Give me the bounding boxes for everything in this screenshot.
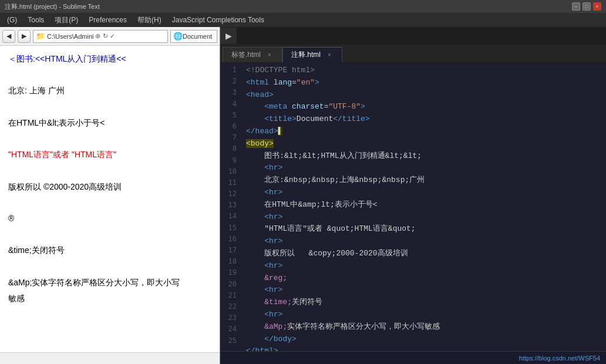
browser-panel: ◀ ▶ 📁 C:\Users\Admini ⊕ ↻ ✓ 🌐 Document ＜… (0, 27, 220, 364)
line-text-3: 北京: 上海 广州 (8, 86, 65, 95)
code-line-8: 图书:&lt;&lt;HTML从入门到精通&lt;&lt; (246, 150, 606, 163)
editor-panel: ▶ 标签.html × 注释.html × 12345 678910 11121… (220, 27, 606, 364)
menu-bar: (G) Tools 项目(P) Preferences 帮助(H) JavaSc… (0, 13, 606, 27)
address-bar[interactable]: 📁 C:\Users\Admini ⊕ ↻ ✓ (33, 30, 168, 43)
main-area: ◀ ▶ 📁 C:\Users\Admini ⊕ ↻ ✓ 🌐 Document ＜… (0, 27, 606, 364)
code-line-1: <!DOCTYPE html> (246, 65, 606, 77)
menu-item-help[interactable]: 帮助(H) (133, 14, 166, 26)
code-line-11: <hr> (246, 187, 606, 199)
code-area[interactable]: <!DOCTYPE html> <html lang="en"> <head> … (241, 62, 606, 351)
code-line-19: &reg; (246, 272, 606, 285)
menu-item-js-tools[interactable]: JavaScript Completions Tools (167, 15, 269, 25)
code-line-22: <hr> (246, 309, 606, 321)
menu-item-g[interactable]: (G) (2, 15, 22, 25)
forward-button[interactable]: ▶ (18, 30, 31, 43)
folder-icon: 📁 (36, 32, 45, 41)
browser-line-12 (8, 227, 211, 242)
run-button[interactable]: ▶ (220, 28, 237, 44)
code-line-9: <hr> (246, 162, 606, 174)
browser-line-14 (8, 259, 211, 274)
browser-line-9: 版权所以 ©2000-2020高级培训 (8, 180, 211, 194)
code-line-10: 北京:&nbsp;&nbsp;上海&nbsp;&nbsp;广州 (246, 174, 606, 187)
line-text-1: ＜图书:<<HTML从入门到精通<< (8, 54, 126, 63)
code-line-4: <meta charset="UTF-8"> (246, 101, 606, 113)
code-line-5: <title>Document</title> (246, 113, 606, 126)
code-line-2: <html lang="en"> (246, 77, 606, 89)
code-line-13: <hr> (246, 211, 606, 224)
browser-line-13: &time;关闭符号 (8, 243, 211, 258)
tab-biaoqian[interactable]: 标签.html × (223, 47, 282, 62)
code-line-12: 在HTML中&amp;lt;表示小于号< (246, 199, 606, 211)
ie-icon: 🌐 (173, 32, 183, 41)
editor-tabs: 标签.html × 注释.html × (220, 45, 606, 62)
code-line-3: <head> (246, 89, 606, 102)
browser-line-4 (8, 100, 211, 114)
browser-line-8 (8, 163, 211, 178)
code-line-20: <hr> (246, 284, 606, 296)
editor-body: 12345 678910 1112131415 1617181920 21222… (220, 62, 606, 351)
tab-zhushi-label: 注释.html (291, 50, 321, 60)
search-bar[interactable]: 🌐 Document (170, 30, 217, 43)
browser-content: ＜图书:<<HTML从入门到精通<< 北京: 上海 广州 在HTML中&lt;表… (0, 46, 220, 352)
search-text: Document (183, 33, 212, 40)
line-text-5: 在HTML中&lt;表示小于号< (8, 118, 105, 127)
line-text-11: ® (8, 214, 14, 223)
address-text: C:\Users\Admini (47, 33, 93, 40)
menu-item-preferences[interactable]: Preferences (84, 15, 132, 25)
browser-line-2 (8, 68, 211, 82)
code-line-24: </body> (246, 333, 606, 346)
line-numbers: 12345 678910 1112131415 1617181920 21222… (220, 62, 241, 351)
code-line-16: 版权所以 &copy;2000-2020高级培训 (246, 248, 606, 260)
menu-item-tools[interactable]: Tools (23, 15, 49, 25)
line-text-16: 敏感 (8, 294, 25, 303)
code-line-25: </html> (246, 345, 606, 351)
code-line-21: &time;关闭符号 (246, 296, 606, 309)
line-text-7: "HTML语言"或者 "HTML语言" (8, 150, 116, 159)
code-line-14: "HTML语言"或者 &quot;HTML语言&quot; (246, 223, 606, 235)
browser-footer (0, 352, 220, 364)
line-text-15: &aMp;实体字符名称严格区分大小写，即大小写 (8, 278, 180, 287)
browser-line-10 (8, 196, 211, 210)
browser-line-11: ® (8, 211, 211, 226)
tab-biaoqian-label: 标签.html (231, 50, 261, 60)
code-line-15: <hr> (246, 235, 606, 248)
browser-line-1: ＜图书:<<HTML从入门到精通<< (8, 52, 211, 66)
line-text-9: 版权所以 ©2000-2020高级培训 (8, 182, 122, 191)
tab-zhushi[interactable]: 注释.html × (282, 47, 342, 62)
tab-biaoqian-close[interactable]: × (265, 51, 274, 59)
close-button[interactable]: × (593, 2, 601, 11)
browser-line-16: 敏感 (8, 291, 211, 306)
browser-line-3: 北京: 上海 广州 (8, 83, 211, 98)
code-line-17: <hr> (246, 260, 606, 272)
editor-footer: https://blog.csdn.net/WSF54 (220, 351, 606, 364)
browser-line-7: "HTML语言"或者 "HTML语言" (8, 147, 211, 162)
title-bar: 注释.html (project) - Sublime Text – □ × (0, 0, 606, 13)
code-line-6: </head>▌ (246, 126, 606, 138)
code-line-23: &aMp;实体字符名称严格区分大小写，即大小写敏感 (246, 321, 606, 333)
browser-line-15: &aMp;实体字符名称严格区分大小写，即大小写 (8, 275, 211, 290)
tab-zhushi-close[interactable]: × (325, 51, 334, 59)
minimize-button[interactable]: – (572, 2, 580, 11)
line-text-13: &time;关闭符号 (8, 245, 65, 255)
maximize-button[interactable]: □ (583, 2, 591, 11)
window-controls[interactable]: – □ × (572, 2, 601, 11)
menu-item-project[interactable]: 项目(P) (50, 14, 83, 26)
browser-line-6 (8, 132, 211, 146)
back-button[interactable]: ◀ (2, 30, 15, 43)
address-separator: ⊕ ↻ ✓ (95, 32, 115, 40)
window-title: 注释.html (project) - Sublime Text (5, 2, 100, 11)
browser-line-5: 在HTML中&lt;表示小于号< (8, 116, 211, 130)
footer-url: https://blog.csdn.net/WSF54 (519, 355, 600, 362)
browser-toolbar: ◀ ▶ 📁 C:\Users\Admini ⊕ ↻ ✓ 🌐 Document (0, 27, 220, 46)
code-line-7: <body> (246, 138, 606, 150)
